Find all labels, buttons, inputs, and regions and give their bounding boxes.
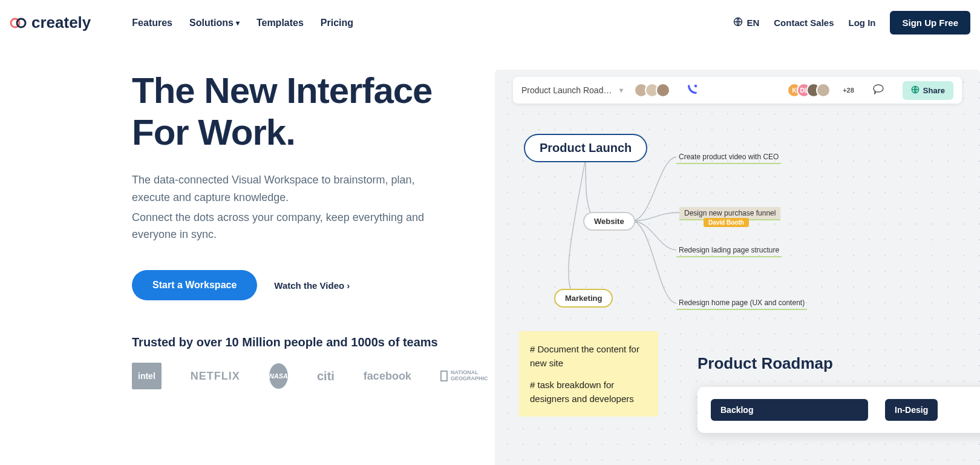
roadmap-title: Product Roadmap <box>697 354 833 373</box>
nav-solutions[interactable]: Solutions ▾ <box>189 18 240 28</box>
caret-down-icon: ▼ <box>618 87 624 94</box>
headline: The New Interface For Work. <box>132 70 471 153</box>
avatar <box>816 83 831 97</box>
mindmap-task[interactable]: Create product video with CEO <box>676 151 781 164</box>
signup-button[interactable]: Sign Up Free <box>890 11 970 35</box>
chevron-down-icon: ▾ <box>236 19 240 27</box>
natgeo-box-icon <box>440 371 448 381</box>
start-workspace-button[interactable]: Start a Workspace <box>132 270 257 300</box>
chevron-right-icon: › <box>347 280 350 291</box>
kanban-board: Backlog In-Desig <box>697 387 980 433</box>
top-nav: creately Features Solutions ▾ Templates … <box>0 0 980 45</box>
kanban-col-indesign[interactable]: In-Desig <box>885 399 938 421</box>
share-label: Share <box>923 86 945 95</box>
hero-left: The New Interface For Work. The data-con… <box>132 70 471 465</box>
avatar <box>656 83 670 97</box>
trusted-text: Trusted by over 10 Million people and 10… <box>132 335 471 349</box>
file-name: Product Launch Road… <box>521 85 612 95</box>
share-button[interactable]: Share <box>903 81 953 100</box>
brand-facebook: facebook <box>364 370 411 383</box>
cta-row: Start a Workspace Watch the Video › <box>132 270 471 300</box>
canvas-preview: Product Launch Road… ▼ K DL +28 <box>495 70 980 465</box>
svg-point-1 <box>17 19 25 27</box>
sticky-line-1: # Document the content for new site <box>530 342 647 371</box>
mindmap-root[interactable]: Product Launch <box>524 134 647 162</box>
canvas-toolbar: Product Launch Road… ▼ K DL +28 <box>513 77 962 104</box>
file-selector[interactable]: Product Launch Road… ▼ <box>521 85 624 95</box>
mindmap-task[interactable]: Redesign lading page structure <box>676 244 782 257</box>
nav-templates[interactable]: Templates <box>256 18 304 28</box>
brand-intel: intel <box>132 363 162 389</box>
watch-video-link[interactable]: Watch the Video › <box>274 280 350 291</box>
mindmap-node-website[interactable]: Website <box>583 212 635 231</box>
mindmap-node-marketing[interactable]: Marketing <box>554 289 613 308</box>
phone-icon[interactable] <box>687 84 698 97</box>
logo[interactable]: creately <box>10 13 91 32</box>
collaborator-avatars: K DL <box>792 83 831 97</box>
svg-point-3 <box>695 85 697 87</box>
nav-solutions-label: Solutions <box>189 18 234 28</box>
chat-icon[interactable] <box>872 84 884 97</box>
subheading-1: The data-connected Visual Workspace to b… <box>132 171 446 206</box>
globe-share-icon <box>911 85 920 96</box>
hero-section: The New Interface For Work. The data-con… <box>0 45 980 465</box>
kanban-col-backlog[interactable]: Backlog <box>711 399 868 421</box>
nav-pricing[interactable]: Pricing <box>321 18 353 28</box>
brand-nasa: NASA <box>269 363 288 389</box>
natgeo-l2: GEOGRAPHIC <box>451 376 488 382</box>
header-right: EN Contact Sales Log In Sign Up Free <box>733 11 970 35</box>
brand-netflix: NETFLIX <box>191 370 240 383</box>
more-collaborators[interactable]: +28 <box>843 87 854 94</box>
sticky-line-2: # task breakdown for designers and devel… <box>530 378 647 406</box>
brand-logos: intel NETFLIX NASA citi facebook NATIONA… <box>132 363 471 389</box>
contact-sales[interactable]: Contact Sales <box>774 18 834 28</box>
brand-citi: citi <box>317 369 335 383</box>
language-switch[interactable]: EN <box>733 17 759 28</box>
globe-icon <box>733 17 743 28</box>
logo-icon <box>10 16 28 30</box>
sticky-note[interactable]: # Document the content for new site # ta… <box>519 331 658 417</box>
presence-avatars <box>634 83 670 97</box>
subheading-2: Connect the dots across your company, ke… <box>132 209 446 244</box>
login[interactable]: Log In <box>848 18 875 28</box>
language-label: EN <box>746 18 759 28</box>
svg-point-4 <box>874 85 883 92</box>
main-nav: Features Solutions ▾ Templates Pricing <box>132 18 353 28</box>
watch-video-label: Watch the Video <box>274 280 344 291</box>
assignee-chip[interactable]: David Booth <box>704 218 749 227</box>
mindmap-task[interactable]: Redesign home page (UX and content) <box>676 297 807 310</box>
logo-text: creately <box>31 13 91 32</box>
brand-natgeo: NATIONAL GEOGRAPHIC <box>440 370 488 382</box>
nav-features[interactable]: Features <box>132 18 172 28</box>
